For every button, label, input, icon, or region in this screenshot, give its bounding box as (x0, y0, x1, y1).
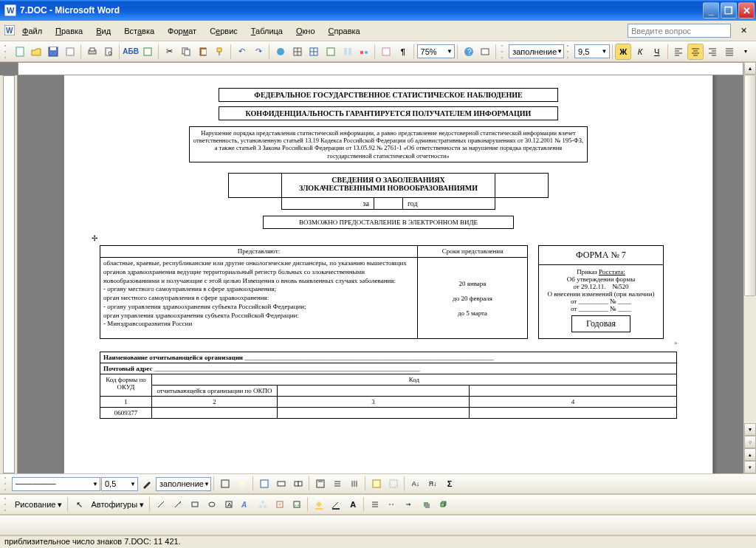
linestyle-combo[interactable]: ───────▼ (12, 477, 100, 491)
toolbar-grip-2[interactable] (501, 45, 506, 58)
merge-cells-button[interactable] (273, 476, 289, 492)
vertical-ruler[interactable] (0, 75, 18, 473)
menu-service[interactable]: Сервис (204, 24, 244, 38)
align-left-button[interactable] (671, 44, 687, 60)
sort-desc-button[interactable]: Я↓ (425, 476, 441, 492)
line-color-button[interactable] (328, 496, 344, 513)
cut-button[interactable]: ✂ (162, 44, 178, 60)
shadow-button[interactable] (418, 496, 434, 513)
ask-question-input[interactable]: Введите вопрос (628, 24, 731, 38)
grip-tb[interactable] (4, 477, 9, 490)
copy-button[interactable] (178, 44, 194, 60)
line-tool-button[interactable] (153, 496, 169, 513)
open-button[interactable] (29, 44, 45, 60)
font-color-button[interactable]: A (345, 496, 361, 513)
dash-style-button[interactable] (384, 496, 400, 513)
browse-object-button[interactable]: ○ (744, 436, 756, 448)
lineweight-combo[interactable]: 0,5▼ (101, 477, 138, 491)
spelling-button[interactable]: AБВ (123, 44, 139, 60)
3d-button[interactable] (435, 496, 451, 513)
zoom-combo[interactable]: 75%▼ (417, 44, 455, 58)
format-painter-button[interactable] (212, 44, 228, 60)
menu-window[interactable]: Окно (290, 24, 321, 38)
columns-button[interactable] (340, 44, 356, 60)
drawing-label[interactable]: Рисование ▾ (12, 500, 65, 510)
menu-view[interactable]: Вид (90, 24, 117, 38)
drawing-toggle-button[interactable] (356, 44, 372, 60)
document-page[interactable]: ФЕДЕРАЛЬНОЕ ГОСУДАРСТВЕННОЕ СТАТИСТИЧЕСК… (63, 66, 713, 473)
autoshapes-menu[interactable]: Автофигуры ▾ (88, 500, 147, 510)
autosum-button[interactable]: Σ (441, 476, 458, 492)
insert-excel-button[interactable] (323, 44, 339, 60)
underline-button[interactable]: Ч (649, 44, 665, 60)
tables-borders-button[interactable] (289, 44, 306, 60)
undo-button[interactable]: ↶ (234, 44, 250, 60)
bold-button[interactable]: Ж (615, 44, 631, 60)
more-button[interactable]: ▾ (738, 44, 754, 60)
wordart-button[interactable]: A (238, 496, 254, 513)
align-justify-button[interactable] (721, 44, 738, 60)
save-button[interactable] (45, 44, 61, 60)
minimize-button[interactable]: _ (703, 2, 719, 18)
permissions-button[interactable] (62, 44, 78, 60)
diagram-button[interactable] (255, 496, 271, 513)
style-combo-2[interactable]: заполнение▼ (156, 477, 211, 491)
prev-page-button[interactable]: ▴ (744, 448, 756, 461)
border-button[interactable] (217, 476, 233, 492)
insert-table-btn2[interactable] (256, 476, 272, 492)
pen-color-button[interactable] (139, 476, 155, 492)
menu-help[interactable]: Справка (323, 24, 366, 38)
research-button[interactable] (140, 44, 156, 60)
help-button[interactable]: ? (461, 44, 477, 60)
distribute-cols-button[interactable] (346, 476, 362, 492)
toolbar-grip-3[interactable] (567, 45, 571, 58)
toolbar-grip[interactable] (4, 45, 9, 58)
print-button[interactable] (84, 44, 100, 60)
menu-insert[interactable]: Вставка (118, 24, 160, 38)
italic-button[interactable]: К (632, 44, 648, 60)
fontsize-combo[interactable]: 9,5▼ (574, 44, 609, 58)
menu-format[interactable]: Формат (162, 24, 202, 38)
sort-asc-button[interactable]: A↓ (408, 476, 424, 492)
close-doc-button[interactable]: ✕ (735, 23, 752, 39)
menu-file[interactable]: Файл (16, 24, 48, 38)
oval-tool-button[interactable] (204, 496, 220, 513)
align-right-button[interactable] (704, 44, 721, 60)
textbox-tool-button[interactable]: A (221, 496, 237, 513)
resize-handle-icon[interactable]: ▫ (100, 339, 677, 347)
gridlines-button[interactable] (385, 476, 402, 492)
arrow-style-button[interactable] (401, 496, 417, 513)
print-preview-button[interactable] (100, 44, 117, 60)
select-objects-button[interactable]: ↖ (71, 496, 87, 513)
show-marks-button[interactable]: ¶ (395, 44, 411, 60)
fill-color-button[interactable] (234, 476, 250, 492)
hyperlink-button[interactable] (272, 44, 289, 60)
picture-button[interactable] (289, 496, 305, 513)
rectangle-tool-button[interactable] (187, 496, 203, 513)
fill-color-draw-button[interactable] (311, 496, 327, 513)
insert-table-button[interactable] (306, 44, 322, 60)
close-button[interactable]: ✕ (738, 2, 755, 18)
next-page-button[interactable]: ▾ (744, 461, 756, 473)
clipart-button[interactable] (272, 496, 288, 513)
doc-map-button[interactable] (378, 44, 394, 60)
redo-button[interactable]: ↷ (250, 44, 267, 60)
align-center-button[interactable] (687, 44, 704, 60)
scroll-thumb[interactable] (744, 75, 756, 296)
horizontal-ruler[interactable] (18, 62, 743, 75)
menu-table[interactable]: Таблица (245, 24, 289, 38)
line-style-button[interactable] (367, 496, 383, 513)
read-button[interactable] (478, 44, 494, 60)
distribute-rows-button[interactable] (329, 476, 346, 492)
menu-edit[interactable]: Правка (49, 24, 89, 38)
grip-draw[interactable] (4, 498, 9, 511)
arrow-tool-button[interactable] (170, 496, 186, 513)
vertical-scrollbar[interactable]: ▲ ▼ ○ ▴ ▾ (743, 62, 756, 473)
maximize-button[interactable]: ❐ (721, 2, 737, 18)
scroll-down-button[interactable]: ▼ (744, 423, 756, 436)
paste-button[interactable] (195, 44, 211, 60)
new-doc-button[interactable] (12, 44, 28, 60)
scroll-up-button[interactable]: ▲ (744, 62, 756, 75)
autoformat-button[interactable] (368, 476, 385, 492)
align-top-button[interactable] (312, 476, 329, 492)
